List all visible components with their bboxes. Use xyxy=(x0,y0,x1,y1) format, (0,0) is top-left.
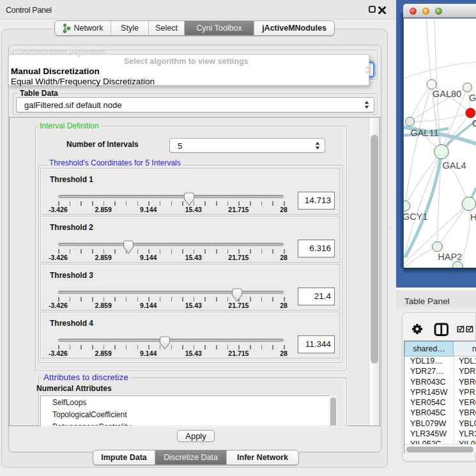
svg-text:H: H xyxy=(470,212,476,222)
svg-text:GAL4: GAL4 xyxy=(443,160,466,171)
svg-text:GAL11: GAL11 xyxy=(410,128,438,138)
svg-text:C: C xyxy=(472,118,476,128)
svg-text:GAL80: GAL80 xyxy=(433,89,461,99)
svg-text:HAP2: HAP2 xyxy=(438,252,462,262)
svg-text:GCY1: GCY1 xyxy=(404,211,428,222)
svg-text:GA: GA xyxy=(469,93,476,103)
